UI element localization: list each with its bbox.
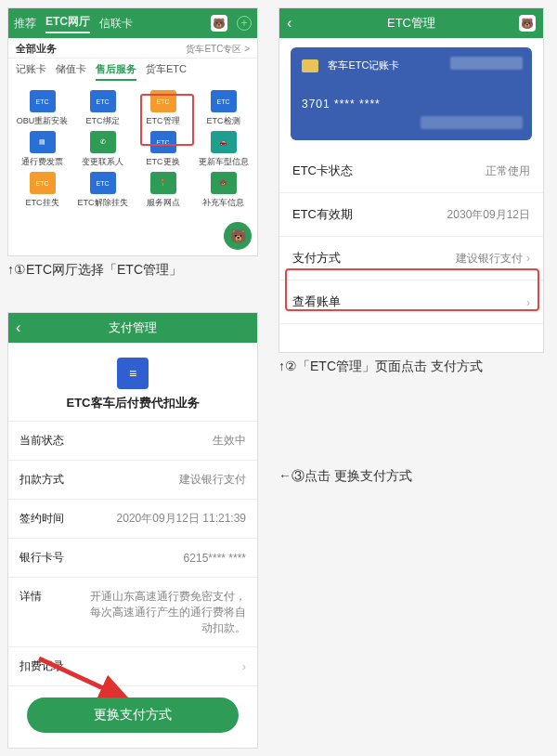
business-block: ≡ ETC客车后付费代扣业务 [8,343,257,422]
service-1[interactable]: ETCETC绑定 [72,90,133,127]
service-icon: ETC [90,90,116,112]
service-5[interactable]: ✆变更联系人 [72,131,133,168]
service-10[interactable]: 📍服务网点 [133,172,193,209]
etc-manage-panel: ‹ ETC管理 🐻 客车ETC记账卡 3701 **** **** ETC卡状态… [278,7,544,353]
cat-truck[interactable]: 货车ETC [146,62,187,81]
sub-header: 全部业务 货车ETC专区 > [8,38,257,59]
pay-manage-panel: ‹ 支付管理 ≡ ETC客车后付费代扣业务 当前状态生效中扣款方式建设银行支付签… [7,312,258,749]
etc-hall-panel: 推荐 ETC网厅 信联卡 🐻 + 全部业务 货车ETC专区 > 记账卡 储值卡 … [7,7,258,256]
prow-5[interactable]: 扣费记录 › [8,647,257,686]
row-val: 开通山东高速通行费免密支付，每次高速通行产生的通行费将自动扣款。 [88,589,246,635]
blur-plate [450,57,523,70]
service-label: 变更联系人 [82,156,123,168]
service-label: ETC挂失 [26,197,59,209]
row-0: ETC卡状态正常使用 [279,150,543,193]
service-icon: ETC [30,90,56,112]
service-label: ETC检测 [207,115,240,127]
row-val: 2030年09月12日 [447,208,530,221]
service-label: ETC绑定 [86,115,120,127]
row-key: 详情 [19,589,42,605]
prow-0: 当前状态生效中 [8,422,257,461]
truck-zone-link[interactable]: 货车ETC专区 > [186,43,250,56]
cat-jizhang[interactable]: 记账卡 [16,62,46,81]
business-icon: ≡ [117,358,149,389]
tab-recommend[interactable]: 推荐 [14,16,36,32]
caption-1: ↑①ETC网厅选择「ETC管理」 [7,262,182,279]
service-3[interactable]: ETCETC检测 [193,90,253,127]
all-services-label: 全部业务 [16,42,57,56]
row-key: 扣款方式 [19,472,64,488]
mascot-icon: 🐻 [211,15,227,32]
etc-card[interactable]: 客车ETC记账卡 3701 **** **** [291,47,532,140]
category-tabs: 记账卡 储值卡 售后服务 货车ETC [8,59,257,85]
pay-manage-header: ‹ 支付管理 [8,313,257,343]
caption-3: ←③点击 更换支付方式 [278,468,412,485]
service-icon: ETC [90,172,116,194]
service-11[interactable]: 🐻补充车信息 [193,172,253,209]
back-icon[interactable]: ‹ [287,15,291,32]
add-icon[interactable]: + [237,16,252,31]
tab-etc-hall[interactable]: ETC网厅 [45,14,90,33]
mascot-icon: 🐻 [519,15,536,32]
row-val: 建设银行支付 [179,472,246,488]
etc-manage-header: ‹ ETC管理 🐻 [279,8,543,38]
service-7[interactable]: 🚗更新车型信息 [193,131,253,168]
chevron-right-icon: › [242,660,246,673]
service-icon: 🚗 [211,131,237,153]
service-label: OBU重新安装 [17,115,69,127]
service-grid: ETCOBU重新安装ETCETC绑定ETCETC管理ETCETC检测▤通行费发票… [8,85,257,215]
service-label: 更新车型信息 [199,156,249,168]
row-key: 支付方式 [292,250,341,267]
row-val: 2020年09月12日 11:21:39 [117,511,246,527]
highlight-pay-method [285,268,539,311]
service-label: 通行费发票 [21,156,63,168]
service-label: 服务网点 [147,197,180,209]
service-icon: ETC [30,172,56,194]
top-tabs: 推荐 ETC网厅 信联卡 🐻 + [8,8,257,38]
card-name: 客车ETC记账卡 [328,59,399,71]
service-0[interactable]: ETCOBU重新安装 [12,90,72,127]
prow-4: 详情开通山东高速通行费免密支付，每次高速通行产生的通行费将自动扣款。 [8,578,257,647]
service-icon: ▤ [30,131,56,153]
mascot-fab[interactable]: 🐻 [224,222,252,250]
service-4[interactable]: ▤通行费发票 [12,131,72,168]
row-key: ETC卡状态 [292,163,353,179]
prow-2: 签约时间2020年09月12日 11:21:39 [8,500,257,539]
pay-manage-title: 支付管理 [109,319,157,336]
row-val: 正常使用 [486,164,530,177]
etc-manage-title: ETC管理 [387,15,435,32]
row-key: 签约时间 [19,511,64,527]
back-icon[interactable]: ‹ [16,319,20,336]
row-key: 扣费记录 [19,658,64,674]
cat-aftersale[interactable]: 售后服务 [96,62,136,81]
highlight-etc-manage [140,94,194,146]
card-number: 3701 **** **** [302,98,521,111]
row-key: 银行卡号 [19,550,64,566]
row-val: › [239,660,246,673]
service-icon: 📍 [150,172,176,194]
row-key: ETC有效期 [292,206,353,223]
row-key: 当前状态 [19,433,64,449]
service-icon: ETC [211,90,237,112]
row-1: ETC有效期2030年09月12日 [279,193,543,237]
service-9[interactable]: ETCETC解除挂失 [72,172,133,209]
prow-1: 扣款方式建设银行支付 [8,461,257,500]
service-label: 补充车信息 [202,197,244,209]
tab-xinlian[interactable]: 信联卡 [99,16,133,32]
chip-icon [302,59,318,72]
caption-2: ↑②「ETC管理」页面点击 支付方式 [278,358,483,375]
service-icon: 🐻 [211,172,237,194]
prow-3: 银行卡号6215**** **** [8,539,257,578]
service-label: ETC更换 [147,156,180,168]
blur-num [421,116,523,129]
business-title: ETC客车后付费代扣业务 [67,395,200,411]
cat-chuzhi[interactable]: 储值卡 [56,62,86,81]
row-val: 建设银行支付 [456,252,523,265]
service-icon: ✆ [90,131,116,153]
row-val: 生效中 [213,433,246,449]
row-val: 6215**** **** [184,552,246,565]
chevron-right-icon: › [526,252,530,265]
change-pay-button[interactable]: 更换支付方式 [27,697,239,733]
service-8[interactable]: ETCETC挂失 [12,172,72,209]
service-label: ETC解除挂失 [78,197,128,209]
